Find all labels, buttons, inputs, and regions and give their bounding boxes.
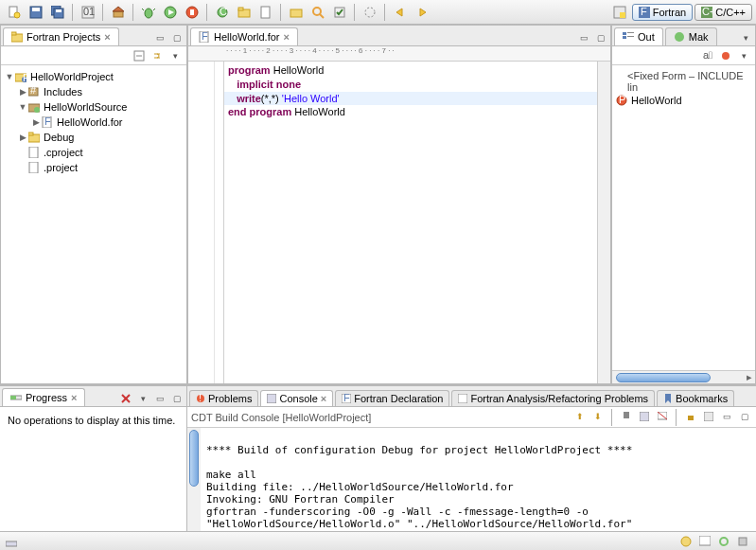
tab-label: Console: [279, 393, 317, 404]
display-console-icon[interactable]: [637, 409, 652, 424]
tree-label: .cproject: [44, 147, 83, 158]
tab-make[interactable]: Mak: [665, 27, 717, 45]
perspective-fortran[interactable]: F Fortran: [632, 4, 693, 21]
tree-debug-folder[interactable]: ▶Debug: [3, 130, 185, 145]
tree-file-helloworld[interactable]: ▶FHelloWorld.for: [3, 115, 185, 130]
tab-console[interactable]: Console×: [260, 390, 333, 406]
tab-fortran-projects[interactable]: Fortran Projects ×: [3, 27, 119, 45]
status-heap-icon[interactable]: [735, 534, 750, 549]
minimize-icon[interactable]: ▭: [576, 30, 591, 45]
tab-fortran-analysis[interactable]: Fortran Analysis/Refactoring Problems: [451, 390, 655, 406]
tab-label: Problems: [208, 393, 252, 404]
console-output[interactable]: **** Build of configuration Debug for pr…: [201, 428, 756, 531]
close-icon[interactable]: ×: [104, 31, 110, 43]
view-menu-icon[interactable]: ▾: [736, 48, 751, 63]
new-button[interactable]: [4, 3, 25, 22]
svg-text:F: F: [44, 116, 51, 127]
maximize-icon[interactable]: ▢: [169, 30, 185, 45]
tab-fortran-decl[interactable]: FFortran Declaration: [335, 390, 449, 406]
source-folder-icon: [27, 100, 41, 114]
binary-button[interactable]: 010: [78, 3, 98, 22]
close-icon[interactable]: ×: [321, 393, 326, 404]
open-type-button[interactable]: [286, 3, 307, 22]
status-tip-icon[interactable]: [697, 534, 712, 549]
run-button[interactable]: [160, 3, 181, 22]
editor-ruler: · · · · 1 · · · · 2 · · · · 3 · · · · 4 …: [188, 46, 610, 62]
clear-console-icon[interactable]: [655, 409, 670, 424]
analysis-icon: [458, 394, 467, 403]
minimize-icon[interactable]: ▭: [152, 391, 167, 406]
prev-console-icon[interactable]: ⬆: [572, 409, 588, 424]
svg-text:F: F: [23, 72, 26, 82]
open-perspective-button[interactable]: [609, 3, 630, 22]
outline-item-helloworld[interactable]: PHelloWorld: [616, 94, 751, 107]
perspective-cpp[interactable]: C+ C/C++: [694, 4, 752, 21]
tab-make-label: Mak: [689, 31, 709, 43]
editor-area[interactable]: program HelloWorld implicit none write(*…: [188, 62, 610, 383]
view-menu-icon[interactable]: ▾: [167, 48, 183, 63]
svg-rect-83: [699, 536, 711, 545]
svg-rect-80: [704, 412, 713, 421]
view-menu-icon[interactable]: ▾: [135, 391, 150, 406]
maximize-icon[interactable]: ▢: [737, 409, 752, 424]
minimize-icon[interactable]: ▭: [152, 30, 167, 45]
link-editor-icon[interactable]: [149, 48, 165, 63]
filter-icon[interactable]: [718, 48, 733, 63]
editor-tab-helloworld[interactable]: F HelloWorld.for ×: [190, 27, 298, 45]
tab-bookmarks[interactable]: Bookmarks: [657, 390, 734, 406]
external-tools-button[interactable]: [182, 3, 202, 22]
editor-code[interactable]: program HelloWorld implicit none write(*…: [224, 62, 597, 383]
search-button[interactable]: [308, 3, 328, 22]
view-menu-icon[interactable]: ▾: [738, 30, 753, 45]
tree-cproject-file[interactable]: .cproject: [3, 145, 185, 160]
svg-marker-10: [113, 7, 124, 11]
task-button[interactable]: [329, 3, 350, 22]
progress-icon: [10, 392, 22, 403]
tree-source-folder[interactable]: ▼HelloWorldSource: [3, 99, 185, 115]
svg-rect-57: [627, 32, 634, 33]
tab-outline[interactable]: Out: [614, 27, 663, 45]
fortran-file-icon: F: [199, 31, 210, 43]
tree-includes[interactable]: ▶#Includes: [3, 84, 185, 99]
maximize-icon[interactable]: ▢: [169, 391, 185, 406]
close-icon[interactable]: ×: [284, 31, 290, 43]
save-all-button[interactable]: [47, 3, 68, 22]
debug-button[interactable]: [138, 3, 159, 22]
close-icon[interactable]: ×: [71, 392, 77, 403]
status-sync-icon[interactable]: [716, 534, 731, 549]
console-scrollbar-v[interactable]: [187, 428, 201, 531]
outline-scrollbar[interactable]: ▸: [612, 370, 755, 383]
back-button[interactable]: [390, 3, 411, 22]
progress-body: No operations to display at this time.: [0, 407, 186, 531]
minimize-icon[interactable]: ▭: [719, 409, 734, 424]
perspective-fortran-label: Fortran: [653, 7, 686, 18]
tab-problems[interactable]: !Problems: [189, 390, 258, 406]
collapse-all-icon[interactable]: [132, 48, 147, 63]
tab-progress[interactable]: Progress ×: [2, 388, 85, 406]
scroll-lock-icon[interactable]: [683, 409, 698, 424]
separator: [206, 4, 208, 21]
build-button[interactable]: [108, 3, 129, 22]
new-file-button[interactable]: [255, 3, 276, 22]
status-updates-icon[interactable]: [678, 534, 694, 549]
pin-console-icon[interactable]: [619, 409, 634, 424]
editor-tab-label: HelloWorld.for: [214, 31, 280, 43]
next-console-icon[interactable]: ⬇: [590, 409, 606, 424]
tree-project[interactable]: ▼FHelloWorldProject: [3, 69, 185, 84]
save-button[interactable]: [26, 3, 46, 22]
tab-outline-label: Out: [638, 31, 655, 43]
outline-fixed-form[interactable]: <Fixed Form – INCLUDE lin: [616, 69, 751, 94]
toggle-mark-button[interactable]: [360, 3, 380, 22]
editor-overview-ruler: [597, 62, 610, 383]
forward-button[interactable]: [412, 3, 432, 22]
svg-rect-50: [28, 133, 33, 135]
open-console-icon[interactable]: [701, 409, 716, 424]
status-icon: [6, 536, 17, 547]
sort-icon[interactable]: aͨz: [700, 48, 715, 63]
remove-all-icon[interactable]: [118, 391, 133, 406]
new-folder-button[interactable]: [234, 3, 255, 22]
new-class-button[interactable]: C: [212, 3, 233, 22]
maximize-icon[interactable]: ▢: [593, 30, 608, 45]
tree-project-file[interactable]: .project: [3, 160, 185, 175]
tree-label: HelloWorldSource: [44, 101, 127, 113]
